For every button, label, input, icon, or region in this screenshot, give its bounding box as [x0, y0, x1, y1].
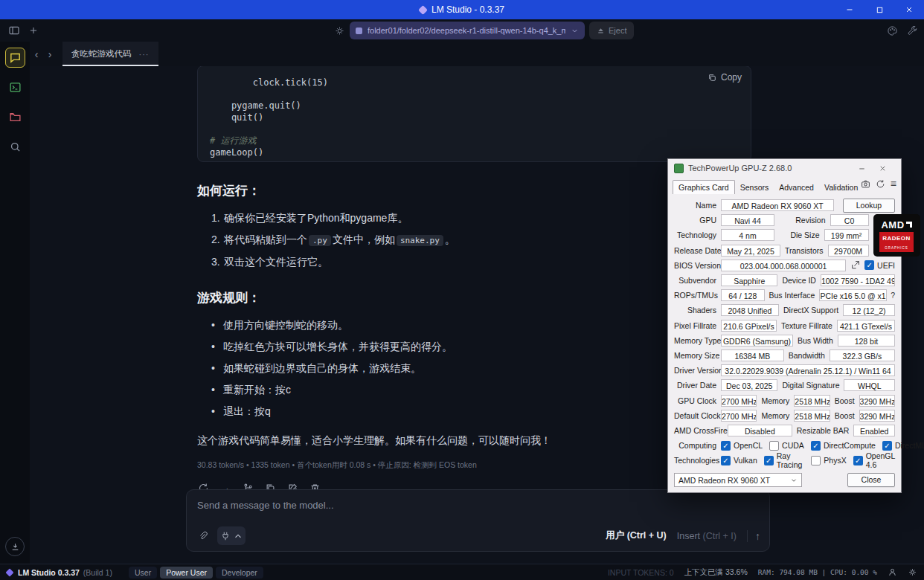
copy-icon	[708, 73, 717, 83]
field-label: Bus Width	[793, 336, 838, 345]
tab-advanced[interactable]: Advanced	[774, 181, 819, 194]
input-tokens-label: INPUT TOKENS: 0	[608, 568, 674, 577]
model-selector[interactable]: folder01/folder02/deepseek-r1-distill-qw…	[350, 22, 585, 39]
code-block: Copy clock.tick(15) pygame.quit() quit()…	[197, 65, 751, 162]
mode-power-user[interactable]: Power User	[160, 567, 213, 579]
sidebar-my-models-folder-icon[interactable]	[5, 107, 25, 127]
cuda-checkbox[interactable]	[769, 441, 779, 451]
amd-radeon-logo: AMD RADEONGRAPHICS	[873, 214, 920, 257]
resizable-bar-value: Enabled	[853, 425, 895, 436]
new-chat-button[interactable]	[24, 22, 43, 39]
code-comment-line: # 运行游戏	[210, 135, 739, 147]
mode-developer[interactable]: Developer	[216, 567, 263, 579]
sidebar-chat-icon[interactable]	[5, 48, 25, 68]
field-label: Technology	[674, 231, 721, 239]
driver-version-value: 32.0.22029.9039 (Adrenalin 25.12.1) / Wi…	[721, 364, 895, 376]
context-usage-label: 上下文已满 33.6%	[684, 567, 748, 578]
mode-user[interactable]: User	[129, 567, 157, 579]
rops-tmus-value: 64 / 128	[721, 289, 765, 301]
sidebar-discover-search-icon[interactable]	[5, 137, 25, 157]
opengl-checkbox[interactable]	[853, 456, 863, 465]
copy-label: Copy	[721, 72, 742, 83]
physx-checkbox[interactable]	[811, 456, 821, 465]
default-clock-value: 2700 MHz	[721, 410, 757, 422]
status-bar: LM Studio 0.3.37 (Build 1) User Power Us…	[0, 564, 924, 580]
chat-tab-title: 贪吃蛇游戏代码	[71, 48, 132, 59]
step-number: 3.	[211, 255, 224, 269]
close-button[interactable]	[894, 0, 924, 19]
lmstudio-logo-icon	[5, 568, 13, 576]
chat-tab[interactable]: 贪吃蛇游戏代码 ···	[62, 42, 158, 66]
field-label: Default Clock	[674, 411, 721, 420]
insert-toggle[interactable]: Insert (Ctrl + I)	[677, 531, 737, 541]
history-forward-icon[interactable]: ›	[43, 48, 57, 60]
chevron-up-icon	[233, 531, 243, 541]
texture-fillrate-value: 421.1 GTexel/s	[837, 320, 895, 332]
screenshot-camera-icon[interactable]	[861, 179, 870, 189]
gpu-name-value: AMD Radeon RX 9060 XT	[721, 199, 834, 211]
card-select-dropdown[interactable]: AMD Radeon RX 9060 XT	[674, 473, 802, 487]
gpuz-window-title: TechPowerUp GPU-Z 2.68.0	[688, 164, 792, 173]
build-label: (Build 1)	[83, 568, 112, 577]
field-label: Bus Interface	[765, 291, 820, 300]
eject-icon	[597, 27, 605, 35]
uefi-checkbox[interactable]	[864, 260, 874, 270]
opencl-checkbox[interactable]	[721, 441, 731, 451]
plugins-plug-icon[interactable]	[217, 526, 246, 545]
raytracing-checkbox[interactable]	[764, 456, 774, 465]
send-button[interactable]: ↑	[747, 530, 760, 542]
device-id-value: 1002 7590 - 1DA2 493E	[821, 274, 895, 286]
gpuz-window: TechPowerUp GPU-Z 2.68.0 Graphics Card S…	[667, 158, 902, 493]
history-back-icon[interactable]: ‹	[30, 48, 43, 60]
theme-palette-icon[interactable]	[887, 25, 898, 36]
window-titlebar: LM Studio - 0.3.37	[0, 0, 924, 19]
gpuz-close-button[interactable]	[879, 164, 895, 173]
toggle-sidebar-icon[interactable]	[4, 22, 24, 39]
field-label: GPU	[674, 216, 721, 225]
checkbox-label: CUDA	[782, 441, 804, 450]
downloads-icon[interactable]	[5, 537, 25, 556]
uefi-label: UEFI	[877, 261, 895, 270]
sidebar-developer-terminal-icon[interactable]	[5, 77, 25, 97]
menu-hamburger-icon[interactable]: ≡	[891, 179, 896, 189]
default-boost-clock-value: 3290 MHz	[859, 410, 895, 422]
step-text: 双击这个文件运行它。	[224, 255, 328, 269]
user-role-toggle[interactable]: 用户 (Ctrl + U)	[606, 529, 667, 542]
bandwidth-value: 322.3 GB/s	[830, 349, 895, 361]
tab-validation[interactable]: Validation	[819, 181, 863, 194]
gpuz-close-footer-button[interactable]: Close	[847, 473, 895, 487]
message-input[interactable]	[187, 490, 769, 520]
bus-interface-help-icon[interactable]: ?	[887, 291, 895, 300]
attach-file-paperclip-icon[interactable]	[193, 526, 213, 545]
refresh-icon[interactable]	[876, 179, 885, 189]
export-bios-icon[interactable]	[846, 260, 864, 270]
eject-model-button[interactable]: Eject	[589, 22, 634, 39]
step-text: 将代码粘贴到一个.py文件中，例如snake.py。	[224, 233, 455, 248]
user-account-icon[interactable]	[888, 567, 897, 577]
gpuz-minimize-button[interactable]	[858, 164, 874, 173]
tab-graphics-card[interactable]: Graphics Card	[673, 180, 735, 194]
app-version: LM Studio 0.3.37	[18, 568, 80, 577]
code-line	[210, 89, 739, 101]
driver-date-value: Dec 03, 2025	[721, 379, 777, 391]
code-line: clock.tick(15)	[210, 77, 739, 89]
pixel-fillrate-value: 210.6 GPixel/s	[721, 320, 777, 332]
lookup-button[interactable]: Lookup	[843, 199, 895, 213]
developer-tools-wrench-icon[interactable]	[907, 25, 918, 36]
lmstudio-logo-icon	[418, 5, 428, 15]
field-label: Resizable BAR	[792, 426, 854, 435]
directml-checkbox[interactable]	[882, 441, 892, 451]
field-label: Transistors	[780, 246, 828, 255]
vulkan-checkbox[interactable]	[721, 456, 731, 465]
tab-sensors[interactable]: Sensors	[735, 181, 774, 194]
checkbox-label: OpenGL 4.6	[866, 451, 895, 469]
maximize-button[interactable]	[864, 0, 894, 19]
model-settings-gear-icon[interactable]	[330, 22, 349, 39]
field-label: Revision	[774, 216, 830, 225]
minimize-button[interactable]	[835, 0, 864, 19]
window-controls	[835, 0, 924, 19]
tab-options-icon[interactable]: ···	[139, 50, 150, 59]
settings-gear-icon[interactable]	[908, 567, 917, 577]
copy-code-button[interactable]: Copy	[708, 72, 742, 83]
directcompute-checkbox[interactable]	[811, 441, 821, 451]
